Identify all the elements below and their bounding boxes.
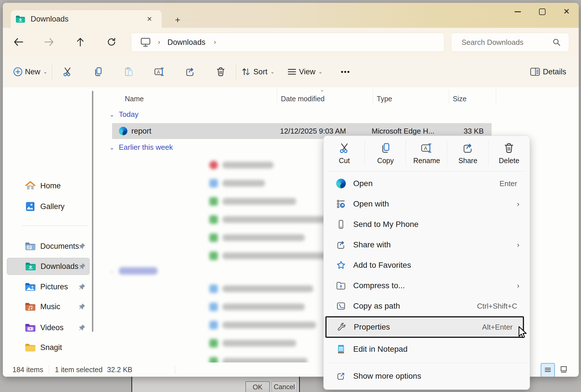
details-view-toggle[interactable] [541, 363, 555, 377]
delete-button[interactable] [210, 62, 231, 82]
redacted-group-label [119, 267, 157, 275]
paste-button[interactable] [118, 62, 140, 82]
redacted-file-name [222, 322, 316, 328]
sidebar-item-music[interactable]: Music [7, 298, 89, 315]
menu-item-edit-in-notepad[interactable]: Edit in Notepad [326, 339, 527, 359]
column-type[interactable]: Type [377, 95, 392, 103]
maximize-button[interactable] [530, 3, 554, 20]
rename-icon: A [154, 67, 165, 77]
pin-icon [78, 283, 86, 290]
forward-button[interactable] [41, 35, 57, 49]
close-button[interactable]: ✕ [554, 3, 579, 20]
menu-item-compress-to[interactable]: Compress to... › [326, 275, 527, 296]
cancel-button[interactable]: Cancel [271, 381, 297, 392]
menu-item-open-with[interactable]: Open with › [326, 194, 527, 214]
column-divider[interactable] [449, 89, 449, 104]
green-file-icon [209, 339, 218, 347]
navigation-pane: Home Gallery Documents Down [3, 87, 93, 363]
menu-item-label: Share with [353, 240, 517, 249]
titlebar: Downloads ✕ + ✕ [3, 3, 579, 28]
submenu-chevron-icon: › [517, 200, 519, 208]
rename-icon: A [421, 142, 433, 154]
sidebar-item-home[interactable]: Home [7, 178, 89, 194]
group-header-redacted[interactable]: ⌄ [110, 267, 157, 275]
cut-icon [62, 67, 73, 77]
sidebar-item-downloads[interactable]: Downloads [7, 258, 90, 275]
menu-item-add-to-favorites[interactable]: Add to Favorites [326, 255, 527, 275]
ok-button[interactable]: OK [245, 381, 270, 392]
menu-item-properties[interactable]: Properties Alt+Enter [325, 316, 524, 338]
sort-direction-icon[interactable]: ⌄ [320, 87, 324, 93]
refresh-button[interactable] [104, 35, 119, 49]
sort-button[interactable]: Sort ⌄ [241, 62, 275, 82]
rename-quick-action[interactable]: A Rename [406, 136, 447, 171]
cut-quick-action[interactable]: Cut [324, 136, 365, 171]
search-box[interactable]: Search Downloads [451, 33, 569, 52]
quick-action-label: Rename [413, 157, 440, 165]
green-file-icon [209, 197, 218, 206]
share-icon [185, 67, 195, 77]
column-size[interactable]: Size [453, 95, 467, 103]
column-divider[interactable] [373, 89, 373, 104]
copy-quick-action[interactable]: Copy [365, 136, 406, 171]
menu-item-label: Open [353, 179, 500, 188]
sidebar-item-pictures[interactable]: Pictures [7, 279, 89, 295]
command-toolbar: New ⌄ A Sort ⌄ View ⌄ [3, 56, 579, 88]
breadcrumb-downloads[interactable]: Downloads [167, 38, 205, 47]
column-divider[interactable] [496, 89, 496, 104]
details-pane-button[interactable]: Details [530, 62, 569, 82]
blue-file-icon [209, 303, 218, 311]
back-button[interactable] [11, 35, 26, 49]
sidebar-item-gallery[interactable]: Gallery [7, 198, 89, 215]
breadcrumb-chevron-icon[interactable]: › [214, 39, 216, 46]
share-button[interactable] [179, 62, 201, 82]
up-button[interactable] [73, 35, 88, 49]
icons-view-toggle[interactable] [557, 363, 570, 376]
collapse-chevron-icon[interactable]: ⌄ [110, 111, 114, 118]
new-tab-button[interactable]: + [171, 14, 184, 26]
column-date-modified[interactable]: Date modified [281, 95, 325, 103]
menu-item-label: Compress to... [353, 281, 517, 290]
open-with-icon [335, 199, 347, 209]
tab-downloads[interactable]: Downloads ✕ [11, 10, 162, 28]
redacted-file-name [222, 304, 305, 310]
menu-item-send-to-my-phone[interactable]: Send to My Phone [326, 214, 527, 235]
file-name: report [131, 127, 151, 136]
sort-label: Sort [253, 68, 268, 76]
menu-item-copy-as-path[interactable]: Copy as path Ctrl+Shift+C [326, 296, 527, 316]
rename-button[interactable]: A [149, 62, 170, 82]
sidebar-item-videos[interactable]: Videos [7, 319, 89, 336]
list-view-icon [544, 366, 552, 374]
view-button[interactable]: View ⌄ [287, 62, 323, 82]
shortcut-hint: Alt+Enter [482, 323, 513, 332]
sidebar-item-snagit[interactable]: Snagit [7, 339, 89, 356]
star-icon [335, 260, 347, 270]
share-icon [462, 142, 473, 154]
notepad-icon [335, 344, 347, 354]
column-divider[interactable] [277, 89, 277, 104]
tab-close-icon[interactable]: ✕ [145, 14, 154, 24]
menu-item-share-with[interactable]: Share with › [326, 235, 527, 255]
sidebar-item-documents[interactable]: Documents [7, 238, 89, 254]
new-button[interactable]: New ⌄ [13, 62, 47, 82]
address-bar[interactable]: › Downloads › [131, 33, 444, 52]
group-header-today[interactable]: ⌄ Today [110, 110, 138, 119]
music-folder-icon [24, 302, 36, 312]
menu-item-open[interactable]: Open Enter [326, 173, 527, 194]
menu-item-show-more-options[interactable]: Show more options [326, 365, 527, 387]
shortcut-hint: Ctrl+Shift+C [477, 302, 517, 311]
delete-quick-action[interactable]: Delete [489, 136, 530, 171]
search-icon[interactable] [552, 38, 561, 47]
group-header-earlier-this-week[interactable]: ⌄ Earlier this week [110, 143, 173, 152]
sidebar-item-label: Snagit [40, 343, 89, 352]
share-quick-action[interactable]: Share [447, 136, 489, 171]
minimize-button[interactable] [506, 3, 530, 20]
see-more-button[interactable]: ••• [336, 62, 355, 82]
toolbar-divider [52, 63, 52, 80]
minimize-icon [515, 11, 521, 12]
copy-button[interactable] [87, 62, 109, 82]
column-name[interactable]: Name [125, 95, 144, 103]
collapse-chevron-icon[interactable]: ⌄ [110, 144, 114, 151]
cut-button[interactable] [57, 62, 78, 82]
sidebar-item-label: Gallery [40, 202, 89, 211]
